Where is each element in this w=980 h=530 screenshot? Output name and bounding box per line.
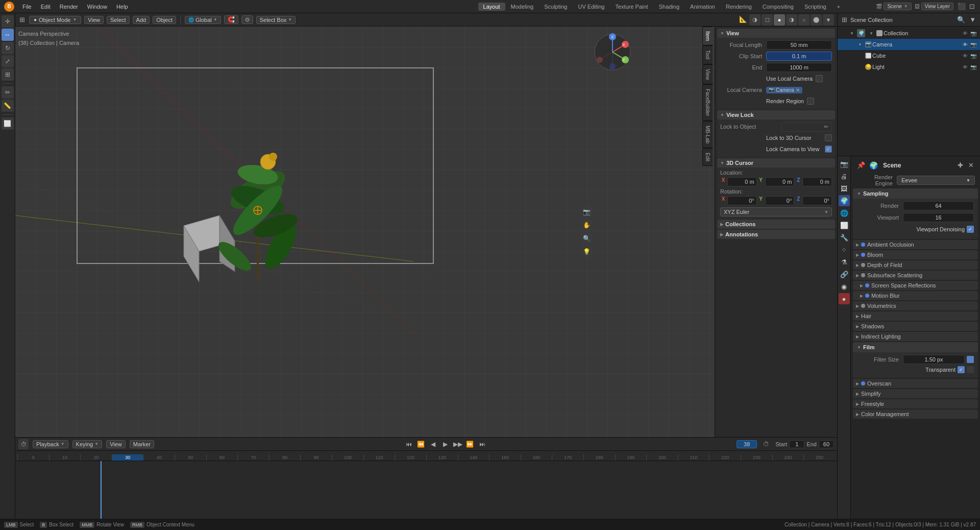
cm-header[interactable]: ▶ Color Management [853,409,978,419]
n-tab-mblab[interactable]: MB-Lab [702,121,713,148]
props-physics-tab[interactable]: ⚗ [839,256,850,268]
props-view-layer-tab[interactable]: 🖼 [839,183,850,194]
toolbar-measure[interactable]: 📏 [2,100,14,112]
shadows-header[interactable]: ▶ Shadows [853,322,978,331]
viewport-samples[interactable]: 16 [903,213,974,222]
render-engine-dropdown[interactable]: Eevee ▼ [897,176,975,185]
filter-size-value[interactable]: 1.50 px [903,355,965,364]
object-mode-selector[interactable]: ● Object Mode ▼ [29,16,81,24]
filter-size-btn[interactable] [967,356,974,363]
tab-texture-paint[interactable]: Texture Paint [610,3,653,11]
solid-view[interactable]: ● [774,14,785,26]
xray-btn[interactable]: ◻ [762,14,773,26]
tab-shading[interactable]: Shading [654,3,684,11]
view-light-icon[interactable]: 💡 [581,246,592,257]
props-scene-tab[interactable]: 🌍 [839,195,850,206]
lock-to-object-value[interactable]: ✏ [781,122,832,132]
menu-window[interactable]: Window [83,3,111,11]
overscan-header[interactable]: ▶ Overscan [853,379,978,388]
dof-header[interactable]: ▶ Depth of Field [853,260,978,270]
clip-start-value[interactable]: 0.1 m [766,52,832,61]
props-constraints-tab[interactable]: 🔗 [839,269,850,280]
props-modifier-tab[interactable]: 🔧 [839,232,850,243]
annotations-header[interactable]: ▶ Annotations [717,230,835,239]
outliner-cube[interactable]: ▶ ⬜ Cube 👁 📷 [838,50,980,61]
menu-render[interactable]: Render [56,3,82,11]
viewport-menu-icon[interactable]: ⊞ [18,15,26,25]
proportional-btn[interactable]: ⊙ [241,15,253,24]
hair-header[interactable]: ▶ Hair [853,311,978,321]
tab-animation[interactable]: Animation [685,3,720,11]
ssr-header[interactable]: ▶ Screen Space Reflections [857,281,978,290]
select-menu[interactable]: Select [107,16,130,24]
mb-header[interactable]: ▶ Motion Blur [857,291,978,300]
n-tab-facebuilder[interactable]: FaceBuilder [702,84,713,121]
playback-menu[interactable]: Playback ▼ [33,440,68,448]
n-tab-edit[interactable]: Edit [702,148,713,166]
overlay-btn[interactable]: ◑ [749,14,761,26]
outliner-options-icon[interactable]: ▼ [968,15,977,25]
timeline-content[interactable] [15,461,837,519]
props-new-icon[interactable]: ✚ [957,160,964,170]
jump-start-btn[interactable]: ⏮ [403,439,414,450]
sss-header[interactable]: ▶ Subsurface Scattering [853,271,978,280]
step-back-btn[interactable]: ◀ [428,439,439,450]
light-arrow[interactable]: ▶ [858,65,864,69]
end-value[interactable]: 60 [819,440,834,448]
gizmo-icon[interactable]: 📐 [738,14,748,26]
view-lock-header[interactable]: ▼ View Lock [717,110,835,119]
view-section-header[interactable]: ▼ View [717,29,835,38]
object-menu[interactable]: Object [153,16,176,24]
orientation-btn[interactable]: 🌐 Global ▼ [185,16,221,24]
snap-btn[interactable]: 🧲 [224,15,238,24]
camera-eye-icon[interactable]: 👁 [962,41,969,48]
n-tab-tool[interactable]: Tool [702,45,713,64]
cursor-rz-field[interactable]: 0° [802,196,832,205]
cursor-section-header[interactable]: ▼ 3D Cursor [717,158,835,167]
view-layer-selector[interactable]: View Layer [921,3,953,10]
outliner-camera[interactable]: ▼ 📷 Camera 👁 📷 [838,39,980,50]
menu-help[interactable]: Help [112,3,132,11]
toolbar-scale[interactable]: ⤢ [2,55,14,67]
toolbar-move[interactable]: ↔ [2,29,14,41]
indirect-header[interactable]: ▶ Indirect Lighting [853,332,978,341]
sampling-header[interactable]: ▼ Sampling [853,188,978,199]
camera-render-icon[interactable]: 📷 [970,41,977,48]
transparent-checkbox2[interactable] [967,366,974,373]
outliner-scene-collection[interactable]: ▼ 🌍 ▼ Collection 👁 📷 [838,28,980,39]
view-menu[interactable]: View [84,16,104,24]
cube-render-icon[interactable]: 📷 [970,52,977,59]
lock-camera-checkbox[interactable] [825,146,832,153]
tab-add[interactable]: + [832,3,845,11]
transparent-checkbox[interactable]: ✓ [958,366,965,373]
props-pin-icon[interactable]: 📌 [856,160,866,170]
cursor-x-field[interactable]: 0 m [727,177,757,186]
tab-rendering[interactable]: Rendering [721,3,757,11]
menu-file[interactable]: File [18,3,36,11]
ao-header[interactable]: ▶ Ambient Occlusion [853,240,978,249]
view-zoom-icon[interactable]: 🔍 [581,233,592,244]
n-tab-item[interactable]: Item [702,27,713,45]
bloom-header[interactable]: ▶ Bloom [853,250,978,259]
next-frame-btn[interactable]: ⏩ [464,439,476,450]
outliner-filter-icon[interactable]: 🔍 [956,15,966,25]
focal-length-value[interactable]: 50 mm [766,40,832,50]
props-object-tab[interactable]: ⬜ [839,220,850,231]
simplify-header[interactable]: ▶ Simplify [853,389,978,398]
marker-menu[interactable]: Marker [130,440,154,448]
collection-arrow[interactable]: ▼ [869,31,875,36]
clip-end-value[interactable]: 1000 m [766,63,832,72]
viewport-3d[interactable]: Camera Perspective (38) Collection | Cam… [15,27,715,437]
film-header[interactable]: ▼ Film [853,342,978,352]
view-hand-icon[interactable]: ✋ [581,220,592,231]
lock-to-cursor-checkbox[interactable] [825,134,832,141]
cube-arrow[interactable]: ▶ [858,54,864,58]
render-samples[interactable]: 64 [903,201,974,210]
add-menu[interactable]: Add [133,16,150,24]
freestyle-header[interactable]: ▶ Freestyle [853,399,978,408]
play-btn[interactable]: ▶ [440,439,451,450]
tab-layout[interactable]: Layout [478,3,505,11]
props-world-tab[interactable]: 🌐 [839,207,850,219]
vol-header[interactable]: ▶ Volumetrics [853,301,978,310]
denoising-checkbox[interactable]: ✓ [967,226,974,233]
